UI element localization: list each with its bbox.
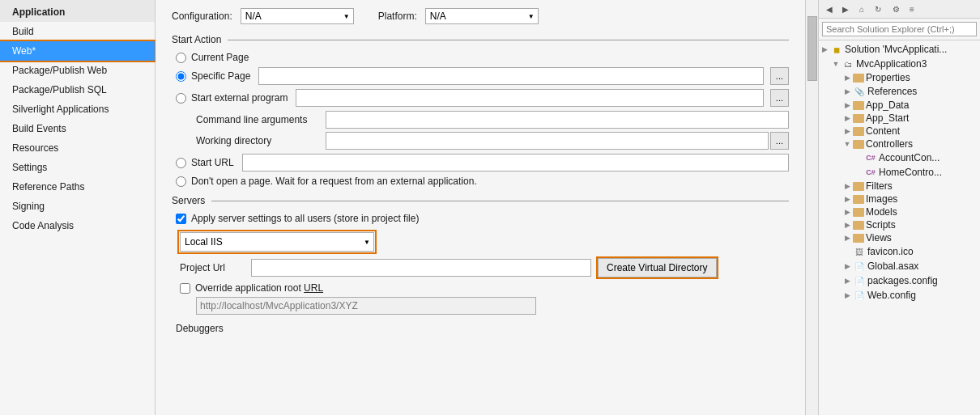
se-label-app-data: App_Data (866, 100, 909, 111)
project-url-input[interactable]: http://localhost/MvcApplication3/ (251, 259, 591, 277)
specific-page-browse-btn[interactable]: ... (770, 67, 789, 85)
se-label-scripts: Scripts (866, 219, 896, 231)
se-item-solution[interactable]: ▶ ◼ Solution 'MvcApplicati... (819, 42, 980, 57)
server-dropdown-wrapper: Local IIS IIS Express Custom Web Server (180, 232, 374, 252)
server-select-wrapper: Local IIS IIS Express Custom Web Server (180, 232, 374, 252)
se-forward-button[interactable]: ▶ (838, 2, 853, 16)
platform-select[interactable]: N/A (425, 8, 539, 24)
se-item-app-data[interactable]: ▶ App_Data (819, 99, 980, 112)
se-item-project[interactable]: ▼ 🗂 MvcApplication3 (819, 57, 980, 71)
folder-icon (853, 74, 864, 83)
se-arrow-app-data: ▶ (842, 101, 853, 109)
se-label-account-controller: AccountCon... (879, 152, 940, 163)
se-item-filters[interactable]: ▶ Filters (819, 180, 980, 193)
se-arrow-controllers: ▼ (842, 140, 853, 148)
global-asax-icon: 📄 (853, 260, 866, 273)
scrollbar-thumb[interactable] (807, 16, 817, 81)
specific-page-input[interactable] (258, 67, 763, 85)
sidebar-item-application[interactable]: Application (0, 0, 155, 22)
radio-specific-page-row: Specific Page ... (172, 67, 789, 85)
se-label-images: Images (866, 193, 897, 205)
se-item-properties[interactable]: ▶ Properties (819, 71, 980, 84)
command-line-input[interactable] (326, 111, 789, 129)
se-arrow-solution: ▶ (819, 45, 830, 53)
servers-label: Servers (172, 195, 205, 206)
se-item-packages-config[interactable]: ▶ 📄 packages.config (819, 273, 980, 288)
command-line-row: Command line arguments (196, 111, 789, 129)
sidebar-item-build[interactable]: Build (0, 22, 155, 41)
sidebar-item-code-analysis[interactable]: Code Analysis (0, 216, 155, 235)
se-item-content[interactable]: ▶ Content (819, 125, 980, 138)
sidebar-item-reference-paths[interactable]: Reference Paths (0, 177, 155, 197)
se-arrow-global: ▶ (842, 262, 853, 270)
se-label-favicon: favicon.ico (867, 246, 914, 257)
se-arrow-project: ▼ (830, 60, 842, 68)
se-item-views[interactable]: ▶ Views (819, 231, 980, 244)
se-item-account-controller[interactable]: ▶ C# AccountCon... (819, 150, 980, 165)
se-label-content: Content (866, 125, 900, 137)
se-home-button[interactable]: ⌂ (854, 2, 869, 16)
sidebar-item-settings[interactable]: Settings (0, 158, 155, 177)
se-label-views: Views (866, 232, 892, 243)
se-item-images[interactable]: ▶ Images (819, 193, 980, 205)
sidebar-item-silverlight[interactable]: Silverlight Applications (0, 100, 155, 119)
packages-config-icon: 📄 (853, 274, 866, 287)
se-label-project: MvcApplication3 (856, 58, 927, 70)
configuration-select-wrapper: N/A (241, 8, 354, 24)
server-dropdown[interactable]: Local IIS IIS Express Custom Web Server (180, 232, 374, 252)
scrollbar-track[interactable] (805, 0, 818, 415)
create-vdir-button[interactable]: Create Virtual Directory (598, 258, 717, 277)
project-url-label: Project Url (180, 262, 245, 273)
se-item-home-controller[interactable]: ▶ C# HomeContro... (819, 165, 980, 180)
folder-app-data-icon (853, 101, 864, 110)
se-item-controllers[interactable]: ▼ Controllers (819, 138, 980, 150)
se-more-button[interactable]: ≡ (905, 2, 919, 16)
working-dir-input[interactable] (326, 132, 769, 150)
folder-images-icon (853, 195, 864, 204)
external-program-browse-btn[interactable]: ... (770, 89, 789, 107)
sidebar-item-web[interactable]: Web* (0, 41, 155, 61)
radio-external-program[interactable] (176, 93, 186, 104)
working-dir-label: Working directory (196, 135, 326, 146)
radio-current-page[interactable] (176, 53, 186, 63)
web-config-icon: 📄 (853, 289, 866, 302)
se-item-references[interactable]: ▶ 📎 References (819, 84, 980, 99)
sidebar-item-signing[interactable]: Signing (0, 197, 155, 216)
se-arrow-models: ▶ (842, 208, 853, 216)
radio-external-program-row: Start external program ... (172, 89, 789, 107)
radio-specific-page[interactable] (176, 71, 186, 82)
se-refresh-button[interactable]: ↻ (871, 2, 885, 16)
se-tree: ▶ ◼ Solution 'MvcApplicati... ▼ 🗂 MvcApp… (819, 40, 980, 415)
sidebar-item-package-publish-web[interactable]: Package/Publish Web (0, 61, 155, 80)
apply-server-checkbox[interactable] (176, 214, 186, 224)
override-url-input[interactable] (196, 297, 536, 315)
radio-start-url[interactable] (176, 158, 186, 168)
current-page-label: Current Page (191, 52, 249, 63)
command-line-label: Command line arguments (196, 114, 326, 125)
se-arrow-web-config: ▶ (842, 291, 853, 299)
se-item-global-asax[interactable]: ▶ 📄 Global.asax (819, 259, 980, 273)
radio-dont-open[interactable] (176, 176, 186, 187)
override-row: Override application root URL (180, 282, 789, 294)
configuration-select[interactable]: N/A (241, 8, 354, 24)
se-item-models[interactable]: ▶ Models (819, 205, 980, 218)
sidebar-item-package-publish-sql[interactable]: Package/Publish SQL (0, 80, 155, 100)
se-item-scripts[interactable]: ▶ Scripts (819, 218, 980, 231)
se-item-favicon[interactable]: ▶ 🖼 favicon.ico (819, 244, 980, 259)
sidebar-item-build-events[interactable]: Build Events (0, 119, 155, 138)
external-program-input[interactable] (296, 89, 763, 107)
servers-line (211, 201, 789, 201)
override-root-checkbox[interactable] (180, 283, 190, 294)
se-arrow-app-start: ▶ (842, 114, 853, 122)
se-back-button[interactable]: ◀ (822, 2, 837, 16)
se-arrow-scripts: ▶ (842, 221, 853, 229)
sidebar-item-resources[interactable]: Resources (0, 138, 155, 158)
start-url-input[interactable] (242, 154, 789, 172)
radio-dont-open-row: Don't open a page. Wait for a request fr… (172, 176, 789, 187)
se-item-web-config[interactable]: ▶ 📄 Web.config (819, 288, 980, 303)
se-item-app-start[interactable]: ▶ App_Start (819, 112, 980, 125)
se-settings-button[interactable]: ⚙ (888, 2, 903, 16)
radio-current-page-row: Current Page (172, 52, 789, 63)
working-dir-browse-btn[interactable]: ... (770, 132, 789, 150)
se-search-input[interactable] (822, 22, 977, 36)
